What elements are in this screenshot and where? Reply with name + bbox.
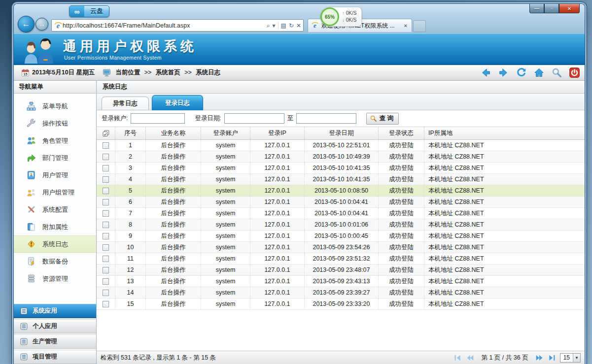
minimize-button[interactable]: —: [529, 4, 544, 13]
cell-date: 2013-05-09 23:43:13: [305, 276, 379, 287]
warning-icon: [27, 239, 36, 249]
accordion-item-1[interactable]: 系统应用: [14, 304, 96, 318]
row-checkbox[interactable]: [103, 176, 109, 183]
sidebar-item-7[interactable]: 系统配置: [14, 201, 96, 218]
tab-exception-log[interactable]: 异常日志: [102, 97, 149, 110]
table-row[interactable]: 14后台操作system127.0.0.12013-05-09 23:39:27…: [97, 287, 585, 298]
select-all-icon[interactable]: [102, 130, 110, 137]
col-header-status[interactable]: 登录状态: [379, 127, 424, 139]
row-checkbox[interactable]: [103, 210, 109, 217]
col-header-index[interactable]: 序号: [115, 127, 146, 139]
sidebar-item-2[interactable]: 操作按钮: [14, 115, 96, 132]
table-row[interactable]: 13后台操作system127.0.0.12013-05-09 23:43:13…: [97, 276, 585, 287]
cell-business: 后台操作: [146, 287, 201, 298]
sidebar-item-8[interactable]: 附加属性: [14, 218, 96, 235]
table-row[interactable]: 7后台操作system127.0.0.12013-05-10 0:04:41成功…: [97, 208, 585, 219]
cell-account: system: [201, 151, 250, 162]
maximize-button[interactable]: ▫: [544, 4, 559, 13]
url-text[interactable]: http://localhost:16674/Frame/MainDefault…: [63, 22, 267, 29]
accordion-item-2[interactable]: 个人应用: [14, 319, 96, 333]
log-tabs: 异常日志 登录日志: [97, 94, 585, 110]
sidebar-item-1[interactable]: 菜单导航: [14, 98, 96, 115]
row-checkbox[interactable]: [103, 199, 109, 205]
table-row[interactable]: 1后台操作system127.0.0.12013-05-10 22:51:01成…: [97, 140, 585, 151]
row-checkbox[interactable]: [103, 256, 109, 262]
nav-forward-icon[interactable]: [498, 67, 509, 78]
browser-back-button[interactable]: ←: [18, 16, 35, 33]
home-page-icon[interactable]: [534, 67, 544, 78]
address-search-icon[interactable]: ⌕: [267, 22, 270, 29]
query-button[interactable]: 查 询: [366, 113, 398, 125]
prev-page-icon[interactable]: [466, 354, 474, 362]
search-icon[interactable]: [552, 67, 562, 78]
network-speed-widget[interactable]: 65% ↑ 0K/S ↓ 0K/S: [320, 7, 362, 27]
compatibility-icon[interactable]: ▤: [281, 22, 286, 29]
col-header-date[interactable]: 登录日期: [305, 127, 379, 139]
sidebar-item-11[interactable]: 资源管理: [14, 270, 96, 287]
table-row[interactable]: 4后台操作system127.0.0.12013-05-10 10:41:35成…: [97, 174, 585, 185]
table-row[interactable]: 11后台操作system127.0.0.12013-05-09 23:51:32…: [97, 253, 585, 265]
new-tab-button[interactable]: [413, 20, 426, 32]
nav-back-icon[interactable]: [481, 67, 491, 78]
refresh-page-icon[interactable]: ↻: [289, 22, 294, 29]
row-checkbox[interactable]: [103, 278, 109, 285]
row-checkbox[interactable]: [103, 267, 109, 273]
tab-close-icon[interactable]: ×: [403, 23, 409, 29]
col-header-business[interactable]: 业务名称: [146, 127, 201, 139]
row-checkbox[interactable]: [103, 233, 109, 239]
table-row[interactable]: 15后台操作system127.0.0.12013-05-09 23:33:20…: [97, 298, 585, 310]
user-group-icon: [27, 188, 36, 197]
row-checkbox[interactable]: [103, 188, 109, 194]
row-checkbox-cell: [97, 219, 115, 230]
account-input[interactable]: [131, 113, 185, 124]
pagination: 第 1 页 / 共 36 页 15 ▼: [453, 353, 581, 363]
cell-location: 本机地址 CZ88.NET: [424, 140, 585, 151]
row-checkbox[interactable]: [103, 154, 109, 160]
col-header-account[interactable]: 登录账户: [201, 127, 250, 139]
table-row[interactable]: 12后台操作system127.0.0.12013-05-09 23:48:07…: [97, 265, 585, 276]
row-checkbox[interactable]: [103, 222, 109, 228]
row-checkbox[interactable]: [103, 142, 109, 149]
sidebar-item-9[interactable]: 系统日志: [14, 235, 96, 253]
date-to-input[interactable]: [296, 113, 356, 124]
first-page-icon[interactable]: [453, 354, 462, 362]
sidebar-item-3[interactable]: 角色管理: [14, 132, 96, 149]
divider: [278, 22, 279, 30]
next-page-icon[interactable]: [535, 354, 544, 362]
sidebar-item-4[interactable]: 部门管理: [14, 149, 96, 166]
tab-login-log[interactable]: 登录日志: [152, 95, 203, 110]
address-dropdown-icon[interactable]: ▾: [273, 22, 276, 29]
row-checkbox-cell: [97, 163, 115, 173]
table-row[interactable]: 5后台操作system127.0.0.12013-05-10 0:08:50成功…: [97, 185, 585, 197]
refresh-icon[interactable]: [516, 67, 526, 78]
sidebar-item-5[interactable]: 用户管理: [14, 166, 96, 184]
table-row[interactable]: 10后台操作system127.0.0.12013-05-09 23:54:26…: [97, 242, 585, 253]
stop-icon[interactable]: ✕: [296, 22, 301, 29]
table-row[interactable]: 6后台操作system127.0.0.12013-05-10 0:04:41成功…: [97, 197, 585, 208]
breadcrumb-home[interactable]: 系统首页: [156, 69, 180, 76]
accordion-item-3[interactable]: 生产管理: [14, 334, 96, 349]
address-bar[interactable]: e http://localhost:16674/Frame/MainDefau…: [51, 19, 304, 32]
table-row[interactable]: 8后台操作system127.0.0.12013-05-10 0:01:06成功…: [97, 219, 585, 231]
power-logout-icon[interactable]: [569, 67, 580, 78]
row-checkbox[interactable]: [103, 165, 109, 171]
row-checkbox[interactable]: [103, 301, 109, 307]
date-from-input[interactable]: [224, 113, 284, 124]
cloud-disk-widget[interactable]: ∞ 云盘: [69, 5, 109, 17]
table-row[interactable]: 9后台操作system127.0.0.12013-05-10 0:00:45成功…: [97, 231, 585, 242]
close-button[interactable]: ✕: [559, 4, 580, 13]
sidebar-item-6[interactable]: 用户组管理: [14, 184, 96, 201]
col-header-location[interactable]: IP所属地: [424, 127, 585, 139]
last-page-icon[interactable]: [548, 354, 556, 362]
browser-forward-button[interactable]: →: [35, 18, 48, 31]
cell-account: system: [201, 298, 250, 309]
row-checkbox[interactable]: [103, 290, 109, 296]
page-size-select[interactable]: 15 ▼: [560, 353, 581, 363]
row-checkbox[interactable]: [103, 244, 109, 251]
table-row[interactable]: 3后台操作system127.0.0.12013-05-10 10:41:35成…: [97, 163, 585, 174]
accordion-item-4[interactable]: 项目管理: [14, 350, 96, 364]
row-checkbox-cell: [97, 231, 115, 241]
col-header-ip[interactable]: 登录IP: [250, 127, 305, 139]
table-row[interactable]: 2后台操作system127.0.0.12013-05-10 10:49:39成…: [97, 151, 585, 163]
sidebar-item-10[interactable]: 数据备份: [14, 253, 96, 270]
